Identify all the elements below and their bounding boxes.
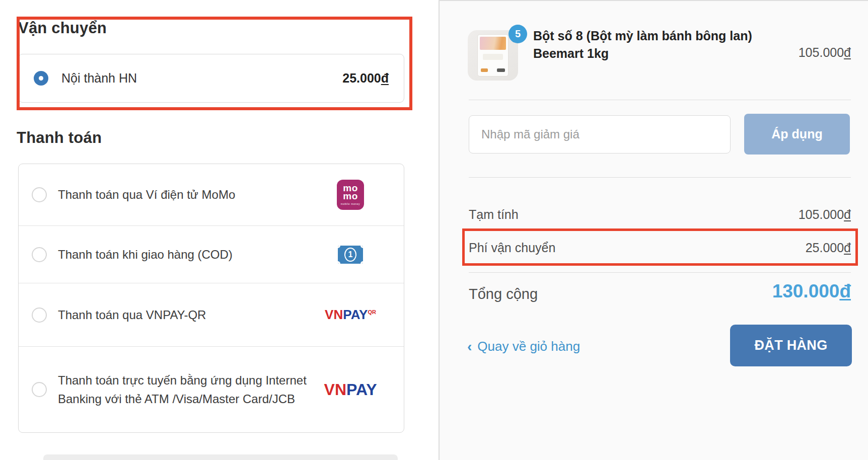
shipping-fee-value: 25.000đ bbox=[806, 241, 851, 255]
radio-selected-icon[interactable] bbox=[34, 71, 48, 86]
payment-section-title: Thanh toán bbox=[17, 129, 102, 147]
divider bbox=[469, 272, 851, 273]
payment-option-icon-box: mo mo mobile money bbox=[319, 180, 382, 210]
divider bbox=[469, 100, 851, 100]
back-to-cart-label: Quay về giỏ hàng bbox=[477, 339, 580, 354]
payment-methods-card: Thanh toán qua Ví điện tử MoMo mo mo mob… bbox=[18, 164, 404, 433]
momo-text: mo bbox=[343, 192, 358, 200]
payment-option-icon-box: VNPAYQR bbox=[319, 307, 382, 323]
payment-option-label: Thanh toán qua Ví điện tử MoMo bbox=[47, 185, 319, 204]
checkout-page: Vận chuyển Nội thành HN 25.000đ Thanh to… bbox=[0, 0, 868, 460]
vnpay-qr-logo-icon: VNPAYQR bbox=[325, 307, 376, 323]
payment-option-momo[interactable]: Thanh toán qua Ví điện tử MoMo mo mo mob… bbox=[19, 164, 404, 225]
payment-option-cod[interactable]: Thanh toán khi giao hàng (COD) 1 bbox=[19, 225, 404, 283]
shipping-option-label: Nội thành HN bbox=[61, 71, 137, 86]
momo-logo-icon: mo mo mobile money bbox=[337, 180, 364, 210]
shipping-fee-label: Phí vận chuyển bbox=[469, 241, 555, 255]
subtotal-label: Tạm tính bbox=[469, 207, 519, 222]
chevron-left-icon: ‹ bbox=[467, 340, 472, 354]
product-price: 105.000đ bbox=[799, 45, 851, 60]
radio-unselected-icon[interactable] bbox=[32, 308, 47, 323]
place-order-button[interactable]: ĐẶT HÀNG bbox=[730, 325, 852, 366]
product-bag-image bbox=[477, 34, 509, 76]
payment-option-icon-box: VNPAY bbox=[319, 380, 382, 399]
coupon-code-input[interactable] bbox=[469, 115, 731, 154]
payment-option-internet-banking[interactable]: Thanh toán trực tuyến bằng ứng dụng Inte… bbox=[19, 346, 404, 432]
radio-unselected-icon[interactable] bbox=[32, 247, 47, 262]
payment-option-label: Thanh toán qua VNPAY-QR bbox=[47, 305, 319, 324]
order-summary-panel: 5 Bột số 8 (Bột mỳ làm bánh bông lan) Be… bbox=[439, 0, 868, 460]
momo-subtext: mobile money bbox=[341, 202, 360, 205]
payment-option-icon-box: 1 bbox=[319, 246, 382, 264]
back-to-cart-link[interactable]: ‹ Quay về giỏ hàng bbox=[467, 339, 580, 354]
payment-option-vnpay-qr[interactable]: Thanh toán qua VNPAY-QR VNPAYQR bbox=[19, 283, 404, 346]
cod-digit: 1 bbox=[344, 248, 356, 262]
shipping-option-price: 25.000đ bbox=[342, 71, 389, 86]
payment-option-label: Thanh toán trực tuyến bằng ứng dụng Inte… bbox=[47, 371, 319, 408]
shipping-section-title: Vận chuyển bbox=[18, 19, 107, 37]
radio-unselected-icon[interactable] bbox=[32, 382, 47, 397]
shipping-option-noi-thanh-hn[interactable]: Nội thành HN 25.000đ bbox=[18, 54, 404, 103]
radio-unselected-icon[interactable] bbox=[32, 187, 47, 202]
subtotal-value: 105.000đ bbox=[799, 207, 851, 222]
divider bbox=[469, 177, 851, 178]
payment-option-label: Thanh toán khi giao hàng (COD) bbox=[47, 245, 319, 264]
apply-coupon-button[interactable]: Áp dụng bbox=[744, 114, 850, 155]
quantity-badge: 5 bbox=[509, 25, 527, 43]
total-label: Tổng cộng bbox=[469, 286, 538, 302]
total-value: 130.000đ bbox=[772, 281, 851, 302]
cod-banknote-icon: 1 bbox=[338, 246, 363, 264]
vnpay-logo-icon: VNPAY bbox=[324, 380, 377, 399]
cutoff-element-bottom bbox=[43, 454, 398, 460]
product-name: Bột số 8 (Bột mỳ làm bánh bông lan) Beem… bbox=[533, 27, 759, 62]
